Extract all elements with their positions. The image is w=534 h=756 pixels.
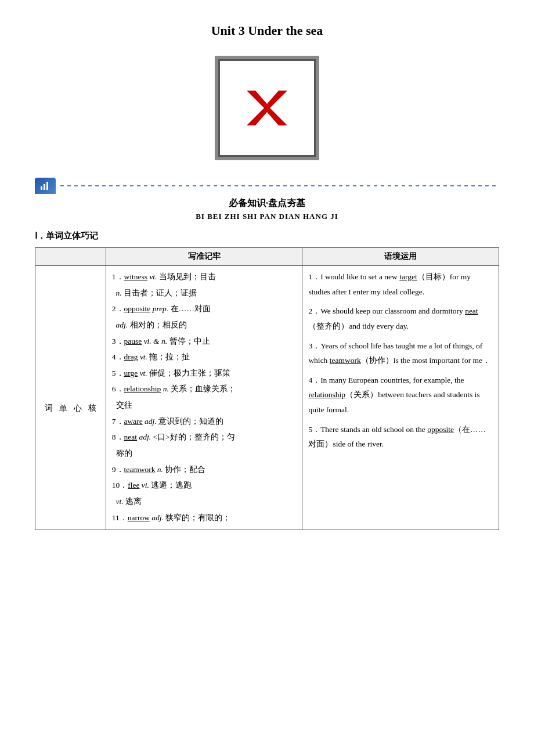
svg-rect-2 bbox=[44, 184, 45, 190]
word-flee: flee bbox=[128, 481, 139, 489]
unit-image bbox=[35, 56, 499, 160]
blank-target: target bbox=[399, 272, 417, 281]
right-item-1: 1．I would like to set a new target（目标）fo… bbox=[308, 269, 493, 299]
red-icon bbox=[244, 88, 290, 128]
vocab-item-6: 6．relationship n. 关系；血缘关系； bbox=[112, 381, 297, 397]
vocab-table: 写准记牢 语境运用 核心单词 1．witness vt. 当场见到；目击 n. … bbox=[35, 247, 499, 530]
word-neat: neat bbox=[124, 433, 138, 441]
left-vocab-cell: 1．witness vt. 当场见到；目击 n. 目击者；证人；证据 2．opp… bbox=[106, 266, 302, 530]
vocab-item-10: 10．flee vi. 逃避；逃跑 bbox=[112, 478, 297, 493]
vocab-item-5: 5．urge vt. 催促；极力主张；驱策 bbox=[112, 366, 297, 381]
blank-neat: neat bbox=[465, 307, 478, 315]
right-item-2: 2．We should keep our classroom and dormi… bbox=[308, 304, 493, 333]
subsection-title: Ⅰ．单词立体巧记 bbox=[35, 231, 499, 242]
svg-rect-1 bbox=[41, 186, 42, 190]
right-item-5: 5．There stands an old school on the oppo… bbox=[308, 422, 493, 452]
vocab-item-2b: adj. 相对的；相反的 bbox=[112, 318, 297, 333]
section-header-line bbox=[60, 185, 499, 186]
vocab-item-8b: 称的 bbox=[112, 446, 297, 461]
word-witness: witness bbox=[124, 272, 148, 281]
word-narrow: narrow bbox=[128, 513, 150, 522]
row-label: 核心单词 bbox=[35, 266, 106, 530]
section-header-bar bbox=[35, 178, 499, 194]
section-title-cn: 必备知识·盘点夯基 bbox=[35, 197, 499, 210]
word-teamwork: teamwork bbox=[124, 465, 156, 474]
blank-teamwork: teamwork bbox=[330, 356, 361, 365]
section-icon bbox=[35, 178, 56, 194]
vocab-item-11: 11．narrow adj. 狭窄的；有限的； bbox=[112, 510, 297, 525]
vocab-item-6b: 交往 bbox=[112, 398, 297, 413]
vocab-item-4: 4．drag vt. 拖；拉；扯 bbox=[112, 350, 297, 365]
image-inner bbox=[218, 59, 316, 157]
vocab-item-7: 7．aware adj. 意识到的；知道的 bbox=[112, 414, 297, 429]
svg-marker-0 bbox=[247, 91, 287, 125]
page-title: Unit 3 Under the sea bbox=[35, 23, 499, 38]
word-drag: drag bbox=[124, 352, 138, 361]
word-pause: pause bbox=[124, 337, 142, 345]
svg-rect-3 bbox=[46, 182, 48, 190]
vocab-item-3: 3．pause vi. & n. 暂停；中止 bbox=[112, 334, 297, 349]
vocab-item-10b: vt. 逃离 bbox=[112, 494, 297, 509]
vocab-item-1: 1．witness vt. 当场见到；目击 bbox=[112, 269, 297, 285]
vocab-item-8: 8．neat adj. <口>好的；整齐的；匀 bbox=[112, 430, 297, 445]
vocab-item-2: 2．opposite prep. 在……对面 bbox=[112, 301, 297, 316]
table-row-main: 核心单词 1．witness vt. 当场见到；目击 n. 目击者；证人；证据 … bbox=[35, 266, 499, 530]
vocab-item-9: 9．teamwork n. 协作；配合 bbox=[112, 462, 297, 477]
right-vocab-cell: 1．I would like to set a new target（目标）fo… bbox=[302, 266, 499, 530]
col-left-header: 写准记牢 bbox=[106, 248, 302, 266]
col-label-header bbox=[35, 248, 106, 266]
blank-relationship: relationship bbox=[308, 390, 345, 399]
section-title-en: BI BEI ZHI SHI PAN DIAN HANG JI bbox=[35, 212, 499, 221]
image-frame bbox=[215, 56, 319, 160]
right-item-4: 4．In many European countries, for exampl… bbox=[308, 373, 493, 417]
word-opposite: opposite bbox=[124, 304, 151, 313]
col-right-header: 语境运用 bbox=[302, 248, 499, 266]
word-relationship: relationship bbox=[124, 384, 161, 393]
word-urge: urge bbox=[124, 369, 138, 377]
word-aware: aware bbox=[124, 417, 143, 426]
blank-opposite: opposite bbox=[427, 425, 454, 434]
vocab-item-1b: n. 目击者；证人；证据 bbox=[112, 286, 297, 301]
right-item-3: 3．Years of school life has taught me a l… bbox=[308, 339, 493, 368]
